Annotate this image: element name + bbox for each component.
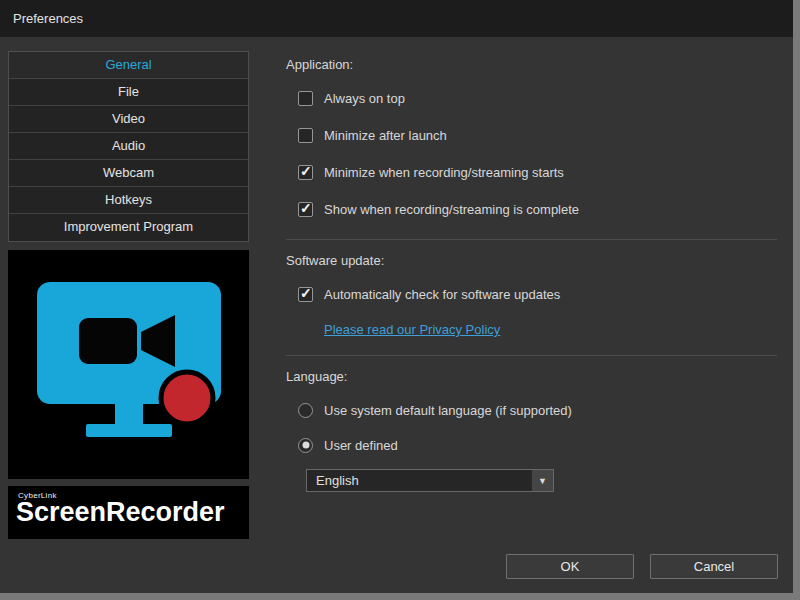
dialog-body: General File Video Audio Webcam Hotkeys … <box>0 37 793 539</box>
checkbox-row-minimize-when-recording[interactable]: Minimize when recording/streaming starts <box>298 161 777 183</box>
dialog-footer: OK Cancel <box>0 539 793 593</box>
checkbox-label: Minimize after launch <box>324 128 447 143</box>
checkbox-always-on-top[interactable] <box>298 91 313 106</box>
checkbox-label: Automatically check for software updates <box>324 287 560 302</box>
product-name: ScreenRecorder <box>16 499 249 526</box>
radio-system-default-language[interactable] <box>298 403 313 418</box>
sidebar-item-general[interactable]: General <box>9 52 248 79</box>
sidebar-item-audio[interactable]: Audio <box>9 133 248 160</box>
brand-logo: CyberLink ScreenRecorder <box>8 486 249 539</box>
application-heading: Application: <box>286 57 777 72</box>
sidebar-item-webcam[interactable]: Webcam <box>9 160 248 187</box>
sidebar-item-video[interactable]: Video <box>9 106 248 133</box>
titlebar[interactable]: Preferences <box>0 0 793 37</box>
checkbox-auto-check-updates[interactable] <box>298 287 313 302</box>
window-title: Preferences <box>13 11 83 26</box>
radio-row-system-default[interactable]: Use system default language (if supporte… <box>298 399 777 421</box>
checkbox-minimize-after-launch[interactable] <box>298 128 313 143</box>
checkbox-row-auto-check-updates[interactable]: Automatically check for software updates <box>298 283 777 305</box>
radio-label: User defined <box>324 438 398 453</box>
checkbox-show-when-complete[interactable] <box>298 202 313 217</box>
checkbox-row-always-on-top[interactable]: Always on top <box>298 87 777 109</box>
checkbox-minimize-when-recording[interactable] <box>298 165 313 180</box>
sidebar-item-file[interactable]: File <box>9 79 248 106</box>
record-dot-icon <box>161 372 213 424</box>
settings-panel: Application: Always on top Minimize afte… <box>264 51 785 539</box>
ok-button[interactable]: OK <box>506 554 634 579</box>
privacy-policy-link[interactable]: Please read our Privacy Policy <box>324 322 500 337</box>
language-heading: Language: <box>286 369 777 384</box>
product-logo <box>8 250 249 479</box>
section-divider <box>286 239 777 240</box>
section-divider <box>286 355 777 356</box>
sidebar-item-improvement-program[interactable]: Improvement Program <box>9 214 248 241</box>
radio-user-defined-language[interactable] <box>298 438 313 453</box>
cancel-button[interactable]: Cancel <box>650 554 778 579</box>
radio-row-user-defined[interactable]: User defined <box>298 434 777 456</box>
screenrecorder-monitor-icon <box>29 274 229 454</box>
language-dropdown[interactable]: English ▼ <box>306 469 554 492</box>
radio-label: Use system default language (if supporte… <box>324 403 572 418</box>
chevron-down-icon[interactable]: ▼ <box>531 470 553 491</box>
checkbox-label: Minimize when recording/streaming starts <box>324 165 564 180</box>
left-column: General File Video Audio Webcam Hotkeys … <box>8 51 249 539</box>
checkbox-row-show-when-complete[interactable]: Show when recording/streaming is complet… <box>298 198 777 220</box>
category-list: General File Video Audio Webcam Hotkeys … <box>8 51 249 242</box>
preferences-window: Preferences General File Video Audio Web… <box>0 0 793 593</box>
sidebar-item-hotkeys[interactable]: Hotkeys <box>9 187 248 214</box>
checkbox-label: Always on top <box>324 91 405 106</box>
checkbox-label: Show when recording/streaming is complet… <box>324 202 579 217</box>
software-update-heading: Software update: <box>286 253 777 268</box>
checkbox-row-minimize-after-launch[interactable]: Minimize after launch <box>298 124 777 146</box>
language-dropdown-value: English <box>307 470 531 491</box>
